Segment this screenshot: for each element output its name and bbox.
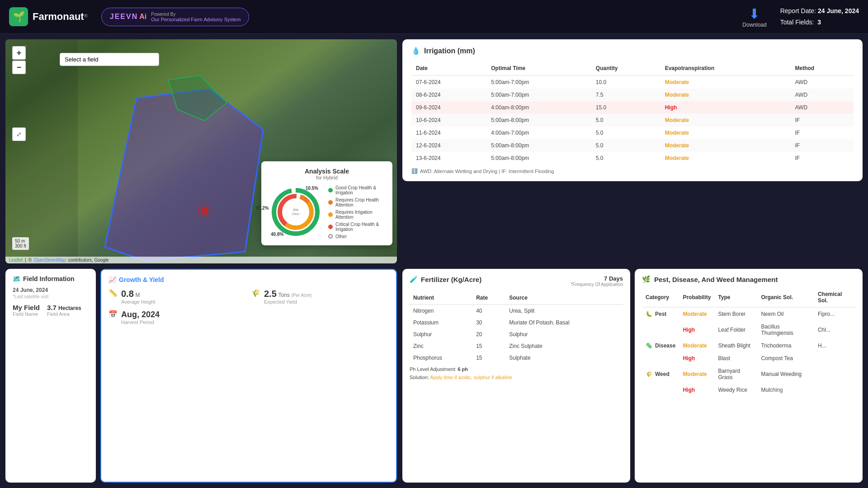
table-row: 13-6-2024: [411, 152, 486, 164]
table-row: 08-6-2024: [411, 89, 486, 101]
svg-point-11: [286, 202, 306, 222]
field-info-header: 🗺️ Field Information: [13, 275, 89, 282]
harvest-icon: 📅: [108, 310, 118, 319]
map-controls: + −: [12, 46, 26, 74]
fertilizer-title-text: Fertilizer (Kg/Acre): [421, 276, 481, 283]
irrigation-icon: 💧: [411, 47, 420, 55]
total-fields-line: Total Fields: 3: [780, 17, 859, 28]
field-area-item: 3.7 Hectares Field Area: [47, 304, 81, 317]
svg-point-4: [201, 207, 208, 215]
header-right: ⬇ Download Report Date: 24 June, 2024 To…: [742, 5, 859, 28]
svg-text:Other: Other: [292, 212, 300, 216]
freq-info: 7 Days *Frequency Of Application: [571, 275, 623, 287]
fertilizer-card: 🧪 Fertilizer (Kg/Acre) 7 Days *Frequency…: [402, 269, 630, 483]
map-attribution: Leaflet | © OpenStreetMap contributors, …: [5, 257, 397, 263]
app-body: + − ⤢ Select a field 50 m 300 ft Leaf: [0, 34, 868, 488]
ph-note: Ph Level Adjustment: 6 ph: [410, 366, 623, 372]
analysis-scale-content: 5% Other 97.2% 10.5% 40.8% Good Crop Hea…: [269, 185, 385, 239]
yield-label: Expected Yield: [264, 299, 311, 305]
download-icon: ⬇: [749, 6, 760, 22]
table-row: 09-6-2024: [411, 101, 486, 114]
jeevn-badge: JEEVN Ai Powered By Our Personalized Far…: [101, 8, 250, 26]
pct-good-label: 97.2%: [256, 206, 269, 211]
field-name-val: My Field: [13, 304, 40, 311]
yield-icon: 🌾: [251, 289, 260, 297]
field-info-date: 24 June, 2024: [13, 287, 89, 293]
col-evap: Evapotranspiration: [660, 61, 791, 75]
download-button[interactable]: ⬇ Download: [742, 6, 766, 28]
field-name-label: Field Name: [13, 311, 40, 317]
pest-title-text: Pest, Disease, And Weed Management: [654, 276, 778, 283]
col-time: Optimal Time: [486, 61, 591, 75]
fertilizer-header: 🧪 Fertilizer (Kg/Acre) 7 Days *Frequency…: [410, 275, 623, 287]
col-date: Date: [411, 61, 486, 75]
bottom-left: 🗺️ Field Information 24 June, 2024 *Last…: [0, 269, 402, 488]
table-row: Zinc: [410, 340, 472, 352]
field-area-label: Field Area: [47, 311, 81, 317]
field-name-item: My Field Field Name: [13, 304, 40, 317]
table-row: Potassium: [410, 317, 472, 328]
awd-note: ℹ️ AWD: Alternate Wetting and Drying | I…: [411, 168, 854, 174]
table-row: 🐛Pest: [642, 307, 679, 320]
legend-dot-irr: [328, 212, 333, 217]
fert-col-source: Source: [505, 291, 623, 305]
yield-val-unit: 2.5 Tons (Per Acre): [264, 289, 311, 299]
fullscreen-button[interactable]: ⤢: [12, 127, 26, 141]
table-row: Sulphur: [410, 328, 472, 340]
height-icon: 📏: [108, 289, 118, 297]
svg-text:5%: 5%: [293, 208, 298, 212]
pest-col-type: Type: [714, 288, 757, 307]
harvest-label: Harvest Period: [121, 319, 160, 325]
height-item: 📏 0.8 M Average Height: [108, 289, 246, 305]
field-info-icon: 🗺️: [13, 275, 20, 282]
powered-by-label: Powered By: [151, 12, 241, 17]
table-row: Nitrogen: [410, 305, 472, 317]
solution-text: Apply lime if acidic, sulphur if alkalin…: [430, 375, 512, 380]
field-info-title-text: Field Information: [23, 275, 75, 282]
freq-days: 7 Days: [571, 275, 623, 282]
report-date-line: Report Date: 24 June, 2024: [780, 5, 859, 17]
irrigation-title: 💧 Irrigation (mm): [411, 47, 854, 55]
table-row: 🌾Weed: [642, 365, 679, 384]
fertilizer-table: Nutrient Rate Source Nitrogen 40 Urea, S…: [410, 291, 623, 364]
solution-note: Solution: Apply lime if acidic, sulphur …: [410, 375, 623, 380]
table-row: 🦠Disease: [642, 339, 679, 352]
zoom-out-button[interactable]: −: [12, 61, 26, 74]
field-select[interactable]: Select a field: [60, 53, 159, 66]
growth-grid: 📏 0.8 M Average Height 🌾: [108, 289, 389, 325]
zoom-in-button[interactable]: +: [12, 46, 26, 60]
col-method: Method: [791, 61, 854, 75]
top-row: + − ⤢ Select a field 50 m 300 ft Leaf: [0, 34, 868, 269]
irrigation-table: Date Optimal Time Quantity Evapotranspir…: [411, 61, 854, 164]
height-val-unit: 0.8 M: [121, 289, 156, 299]
legend-good: Good Crop Health & Irrigation: [328, 185, 385, 195]
info-icon: ℹ️: [411, 168, 418, 174]
jeevn-ai-text: Ai: [139, 13, 146, 21]
header: 🌱 Farmonaut® JEEVN Ai Powered By Our Per…: [0, 0, 868, 34]
logo-area: 🌱 Farmonaut®: [9, 7, 88, 26]
map-column: + − ⤢ Select a field 50 m 300 ft Leaf: [0, 34, 402, 269]
table-row: 10-6-2024: [411, 114, 486, 127]
ph-val: 6 ph: [458, 366, 468, 372]
table-row: 11-6-2024: [411, 127, 486, 139]
analysis-scale-popup: Analysis Scale for Hybrid: [261, 161, 392, 245]
growth-title: 📈 Growth & Yield: [108, 276, 389, 283]
powered-desc-label: Our Personalized Farm Advisory System: [151, 17, 241, 22]
bottom-right: 🧪 Fertilizer (Kg/Acre) 7 Days *Frequency…: [402, 269, 868, 488]
legend-dot-crop: [328, 200, 333, 205]
pct-crop-health-label: 10.5%: [306, 186, 318, 191]
table-row: [642, 352, 679, 365]
pest-col-chemical: Chemical Sol.: [814, 288, 855, 307]
pest-title: 🌿 Pest, Disease, And Weed Management: [642, 275, 855, 283]
growth-icon: 📈: [108, 276, 116, 283]
yield-item: 🌾 2.5 Tons (Per Acre) Expected Yield: [251, 289, 389, 305]
bottom-row: 🗺️ Field Information 24 June, 2024 *Last…: [0, 269, 868, 488]
donut-chart: 5% Other 97.2% 10.5% 40.8%: [269, 185, 323, 239]
legend-dot-good: [328, 188, 333, 192]
harvest-item: 📅 Aug, 2024 Harvest Period: [108, 310, 389, 325]
table-row: Phosphorus: [410, 352, 472, 364]
growth-yield-card: 📈 Growth & Yield 📏 0.8 M Average Height: [100, 269, 397, 483]
analysis-scale-legend: Good Crop Health & Irrigation Requires C…: [328, 185, 385, 239]
field-row: My Field Field Name 3.7 Hectares Field A…: [13, 304, 89, 317]
pest-col-organic: Organic Sol.: [757, 288, 814, 307]
